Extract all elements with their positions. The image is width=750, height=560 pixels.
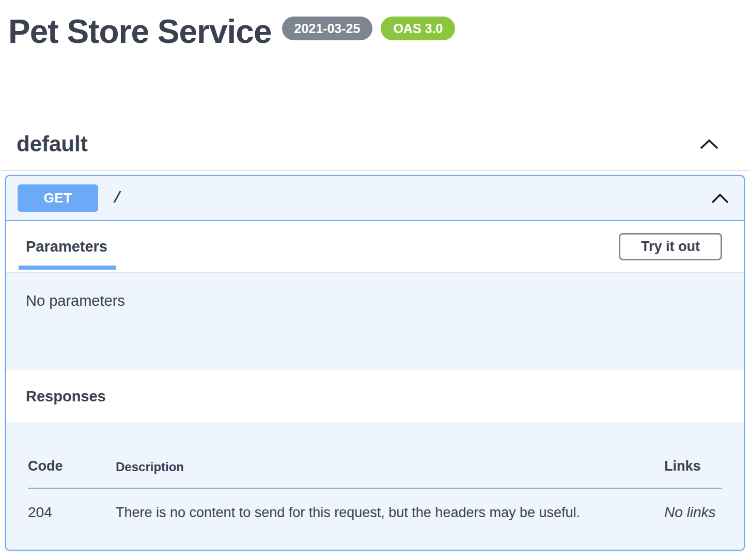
parameters-section: No parameters: [6, 273, 744, 370]
responses-table-header: Code Description Links: [28, 458, 722, 489]
version-badge: 2021-03-25: [282, 17, 373, 40]
responses-title: Responses: [26, 388, 106, 405]
response-row: 204 There is no content to send for this…: [28, 489, 722, 521]
tab-parameters[interactable]: Parameters: [26, 221, 107, 272]
badge-group: 2021-03-25 OAS 3.0: [282, 17, 456, 40]
tab-parameters-label: Parameters: [26, 238, 107, 255]
tag-title: default: [17, 132, 88, 157]
operation-tab-header: Parameters Try it out: [6, 221, 744, 273]
tag-section-header[interactable]: default: [0, 118, 750, 171]
http-method-badge: GET: [18, 184, 98, 212]
col-header-description: Description: [116, 458, 664, 474]
page-title: Pet Store Service: [8, 13, 272, 50]
responses-table: Code Description Links 204 There is no c…: [6, 422, 744, 550]
responses-section-header: Responses: [6, 370, 744, 422]
operation-block-get: GET / Parameters Try it out No parameter…: [5, 175, 745, 551]
response-description: There is no content to send for this req…: [116, 504, 664, 521]
oas-badge: OAS 3.0: [381, 17, 455, 40]
col-header-links: Links: [664, 458, 722, 474]
no-parameters-text: No parameters: [26, 292, 724, 309]
response-links: No links: [664, 504, 722, 521]
api-info-header: Pet Store Service 2021-03-25 OAS 3.0: [0, 0, 750, 50]
try-it-out-button[interactable]: Try it out: [619, 233, 722, 260]
col-header-code: Code: [28, 458, 116, 474]
response-code: 204: [28, 504, 116, 521]
operation-path: /: [113, 190, 122, 207]
chevron-up-icon: [699, 138, 719, 150]
operation-summary[interactable]: GET /: [6, 176, 744, 221]
chevron-up-icon: [711, 192, 729, 205]
collapse-tag-button[interactable]: [697, 136, 721, 152]
collapse-operation-button[interactable]: [709, 190, 731, 207]
